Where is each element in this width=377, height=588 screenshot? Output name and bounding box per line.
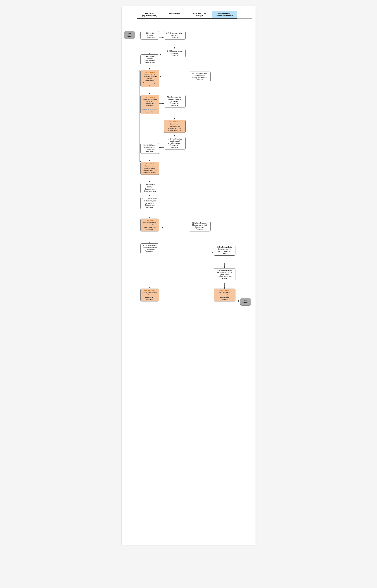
node-42a: 4.2. OPTIONAL EHR system requests popula… — [141, 95, 159, 114]
node-411: 4.1.1. Form Response Manager returns exi… — [189, 72, 211, 82]
node-611: 6.1.1. Form Response Manager stores draf… — [189, 221, 211, 232]
node-61: 6.1. OPTIONAL: EHR system stores structu… — [141, 219, 159, 232]
node-4: 4. EHR system prepares Questionnaire to … — [141, 55, 159, 65]
node-101: 10.1. OPTIONAL: EHR system extracts data… — [141, 288, 159, 301]
col-header-form-manager: Form Manager — [162, 11, 187, 19]
col-header-form-filler: Form Filler(e.g. EHR System) — [137, 11, 162, 19]
node-423: 4.2.3. Form/Template repository sends pa… — [164, 137, 186, 150]
node-2: 2. EHR system receives request for Quest… — [164, 31, 186, 40]
end-node: End process — [240, 298, 251, 306]
node-102: 10.2. OPTIONAL: Data Repository extracts… — [214, 288, 236, 301]
col-header-form-receiver: Form Receiverand/or Form Archiver — [212, 11, 237, 19]
node-8: 8. The External Data Repository receives… — [214, 245, 236, 255]
node-421: 4.2.1. Form repository receives request … — [164, 95, 186, 108]
node-5: 5. EHR system displays Questionnaire Res… — [141, 183, 159, 193]
node-41: 4.1. OPTIONAL 4.1. OPTIONAL EHR system r… — [141, 70, 159, 87]
divider-3 — [212, 19, 212, 540]
node-6: 6. EHR system allows for data-entry and … — [141, 197, 159, 210]
node-3: 3. EHR system returns requested Question… — [164, 49, 186, 57]
start-node: Start process — [124, 31, 135, 39]
node-424: 4.2.4. EHR System receives correct Quest… — [141, 143, 159, 154]
node-9: 9. The External Data Repository stores t… — [214, 268, 236, 281]
page: Form Filler(e.g. EHR System) Form Manage… — [122, 6, 256, 544]
header-row: Form Filler(e.g. EHR System) Form Manage… — [137, 11, 252, 19]
node-1: 1. EHR system requests Questionnaire — [141, 31, 159, 40]
node-7: 7. The EHR system transmits completed Qu… — [141, 244, 159, 254]
diagram-area: Start process 1. EHR system requests Que… — [137, 19, 252, 540]
node-42b: 4.2. OPTIONAL Questionnaire Response is … — [141, 162, 159, 175]
node-422: 4.2.2. OPTIONAL Questionnaire Response i… — [164, 120, 186, 133]
col-header-form-response: Form ResponseManager — [187, 11, 212, 19]
